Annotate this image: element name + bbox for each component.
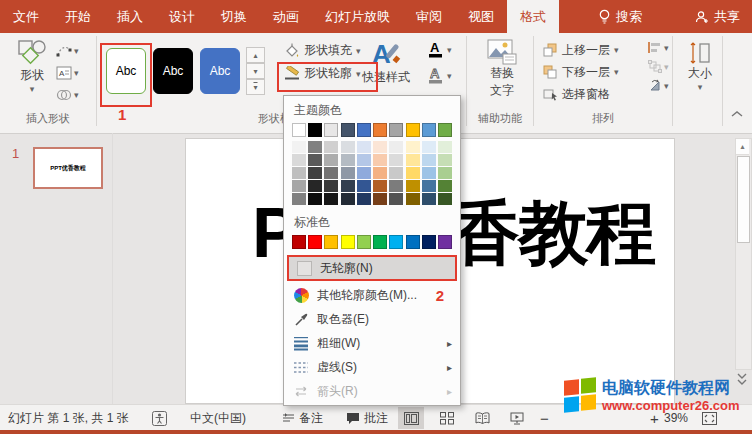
ribbon-tab-格式[interactable]: 格式 (507, 0, 559, 33)
standard-color-swatch[interactable] (406, 235, 420, 249)
color-variant-swatch[interactable] (422, 167, 436, 179)
align-objects-button[interactable]: ▾ (648, 41, 669, 54)
color-variant-swatch[interactable] (438, 180, 452, 192)
edit-shape-button[interactable]: ▾ (56, 41, 88, 60)
shape-fill-button[interactable]: 形状填充 ▾ (284, 42, 361, 59)
group-objects-button[interactable]: ▾ (648, 60, 669, 73)
color-variant-swatch[interactable] (373, 154, 387, 166)
color-variant-swatch[interactable] (324, 141, 338, 153)
fit-to-window-button[interactable] (696, 407, 722, 429)
standard-color-swatch[interactable] (438, 235, 452, 249)
color-variant-swatch[interactable] (406, 141, 420, 153)
no-outline-menu-item[interactable]: 无轮廓(N) (289, 257, 455, 279)
color-variant-swatch[interactable] (308, 193, 322, 205)
shape-style-preview-3[interactable]: Abc (200, 48, 240, 94)
color-variant-swatch[interactable] (373, 141, 387, 153)
quick-styles-button[interactable]: A 快速样式 (358, 39, 414, 86)
standard-color-swatch[interactable] (389, 235, 403, 249)
merge-shapes-button[interactable]: ▾ (56, 85, 88, 104)
search-tab[interactable]: 搜索 (585, 0, 655, 33)
color-variant-swatch[interactable] (292, 141, 306, 153)
theme-color-swatch[interactable] (292, 123, 306, 137)
color-variant-swatch[interactable] (373, 167, 387, 179)
gallery-scroll-up-button[interactable]: ▴ (246, 47, 265, 63)
color-variant-swatch[interactable] (357, 154, 371, 166)
color-variant-swatch[interactable] (357, 167, 371, 179)
rotate-objects-button[interactable]: ▾ (648, 79, 669, 92)
text-box-button[interactable]: A ▾ (56, 63, 88, 82)
color-variant-swatch[interactable] (389, 193, 403, 205)
color-variant-swatch[interactable] (438, 154, 452, 166)
theme-color-swatch[interactable] (373, 123, 387, 137)
color-variant-swatch[interactable] (292, 193, 306, 205)
ribbon-tab-动画[interactable]: 动画 (260, 0, 312, 33)
view-reading-button[interactable] (469, 407, 495, 429)
standard-color-swatch[interactable] (357, 235, 371, 249)
zoom-out-button[interactable]: − (540, 405, 549, 431)
view-slide-sorter-button[interactable] (434, 407, 460, 429)
standard-color-swatch[interactable] (308, 235, 322, 249)
color-variant-swatch[interactable] (292, 154, 306, 166)
arrange-item-1[interactable]: 上移一层▾ (543, 39, 619, 61)
ribbon-tab-审阅[interactable]: 审阅 (403, 0, 455, 33)
color-variant-swatch[interactable] (422, 180, 436, 192)
replace-text-button[interactable]: 替换 文字 (478, 39, 526, 99)
color-variant-swatch[interactable] (324, 154, 338, 166)
arrange-item-2[interactable]: 下移一层▾ (543, 61, 619, 83)
color-variant-swatch[interactable] (389, 154, 403, 166)
accessibility-checker-icon[interactable] (152, 405, 167, 431)
color-variant-swatch[interactable] (389, 141, 403, 153)
language-indicator[interactable]: 中文(中国) (190, 405, 246, 431)
shapes-gallery-button[interactable]: 形状 ▾ (10, 39, 54, 105)
ribbon-tab-文件[interactable]: 文件 (0, 0, 52, 33)
color-variant-swatch[interactable] (324, 167, 338, 179)
view-normal-button[interactable] (398, 407, 424, 429)
color-variant-swatch[interactable] (308, 167, 322, 179)
ribbon-tab-设计[interactable]: 设计 (156, 0, 208, 33)
standard-color-swatch[interactable] (324, 235, 338, 249)
color-variant-swatch[interactable] (308, 154, 322, 166)
comments-button[interactable]: 批注 (346, 405, 388, 431)
theme-color-swatch[interactable] (422, 123, 436, 137)
color-variant-swatch[interactable] (324, 193, 338, 205)
color-variant-swatch[interactable] (389, 180, 403, 192)
theme-color-swatch[interactable] (324, 123, 338, 137)
theme-color-swatch[interactable] (389, 123, 403, 137)
arrange-item-3[interactable]: 选择窗格 (543, 83, 619, 105)
color-variant-swatch[interactable] (373, 193, 387, 205)
text-outline-button[interactable]: A ▾ (428, 67, 452, 84)
color-variant-swatch[interactable] (292, 180, 306, 192)
shape-style-preview-2[interactable]: Abc (153, 48, 193, 94)
ribbon-tab-插入[interactable]: 插入 (104, 0, 156, 33)
color-variant-swatch[interactable] (357, 193, 371, 205)
share-button[interactable]: 共享 (695, 0, 740, 33)
ribbon-tab-开始[interactable]: 开始 (52, 0, 104, 33)
gallery-more-button[interactable]: ▾ (246, 79, 265, 95)
color-variant-swatch[interactable] (422, 141, 436, 153)
theme-color-swatch[interactable] (357, 123, 371, 137)
color-variant-swatch[interactable] (308, 180, 322, 192)
next-slide-button[interactable] (736, 372, 750, 388)
size-button[interactable]: 大小 ▾ (682, 41, 718, 92)
text-fill-button[interactable]: A ▾ (428, 41, 452, 58)
notes-button[interactable]: 备注 (282, 405, 323, 431)
color-variant-swatch[interactable] (357, 180, 371, 192)
scrollbar-up-button[interactable]: ▴ (736, 139, 749, 155)
vertical-scrollbar[interactable]: ▴ (735, 138, 752, 370)
ribbon-tab-切换[interactable]: 切换 (208, 0, 260, 33)
color-variant-swatch[interactable] (389, 167, 403, 179)
color-variant-swatch[interactable] (357, 141, 371, 153)
color-variant-swatch[interactable] (341, 193, 355, 205)
theme-color-swatch[interactable] (308, 123, 322, 137)
color-variant-swatch[interactable] (341, 167, 355, 179)
gallery-scroll-down-button[interactable]: ▾ (246, 63, 265, 79)
zoom-level[interactable]: 39% (664, 405, 688, 431)
color-variant-swatch[interactable] (292, 167, 306, 179)
shape-outline-button[interactable]: 形状轮廓 ▾ (284, 65, 361, 82)
standard-color-swatch[interactable] (341, 235, 355, 249)
color-variant-swatch[interactable] (373, 180, 387, 192)
color-variant-swatch[interactable] (406, 167, 420, 179)
scrollbar-thumb[interactable] (737, 156, 750, 243)
standard-color-swatch[interactable] (422, 235, 436, 249)
color-variant-swatch[interactable] (438, 141, 452, 153)
